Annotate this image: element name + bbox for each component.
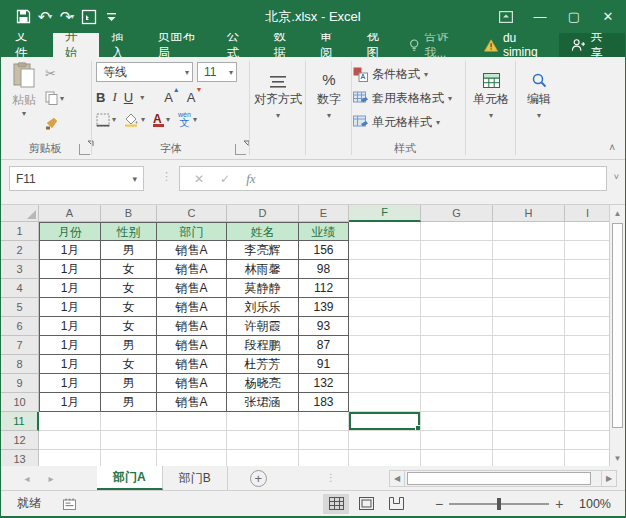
chevron-down-icon[interactable]: ▾ — [141, 115, 145, 124]
cell-B6[interactable]: 女 — [101, 317, 157, 336]
row-header-12[interactable]: 12 — [1, 431, 39, 450]
cell-I11[interactable] — [565, 412, 611, 431]
macro-record-icon[interactable] — [63, 498, 76, 510]
cell-D10[interactable]: 张珺涵 — [227, 393, 299, 412]
cell-D3[interactable]: 林雨馨 — [227, 260, 299, 279]
row-header-8[interactable]: 8 — [1, 355, 39, 374]
cell-G8[interactable] — [421, 355, 493, 374]
sheet-tab-部门B[interactable]: 部门B — [163, 466, 228, 490]
cell-I6[interactable] — [565, 317, 611, 336]
sheet-nav-left-icon[interactable]: ◂ — [15, 466, 39, 490]
scroll-right-icon[interactable]: ▶ — [601, 470, 617, 487]
cell-A11[interactable] — [39, 412, 101, 431]
ribbon-display-options-icon[interactable] — [489, 0, 523, 33]
undo-dropdown[interactable]: ▾ — [48, 12, 52, 21]
cell-H12[interactable] — [493, 431, 565, 450]
cell-F6[interactable] — [349, 317, 421, 336]
zoom-slider-track[interactable] — [449, 503, 549, 505]
shrink-font-button[interactable]: A▼ — [187, 90, 203, 105]
cell-A6[interactable]: 1月 — [39, 317, 101, 336]
cell-A3[interactable]: 1月 — [39, 260, 101, 279]
cell-F13[interactable] — [349, 450, 421, 466]
cell-B8[interactable]: 女 — [101, 355, 157, 374]
row-header-11[interactable]: 11 — [1, 412, 39, 431]
cell-I3[interactable] — [565, 260, 611, 279]
cell-H7[interactable] — [493, 336, 565, 355]
cell-A2[interactable]: 1月 — [39, 241, 101, 260]
horizontal-scrollbar-thumb[interactable] — [407, 472, 591, 485]
ribbon-tab-开始[interactable]: 开始 — [53, 33, 100, 57]
ribbon-tab-审阅[interactable]: 审阅 — [308, 33, 355, 57]
cell-E11[interactable] — [299, 412, 349, 431]
cell-F12[interactable] — [349, 431, 421, 450]
cell-G7[interactable] — [421, 336, 493, 355]
column-header-E[interactable]: E — [299, 205, 349, 222]
cell-I4[interactable] — [565, 279, 611, 298]
column-header-F[interactable]: F — [349, 205, 421, 222]
cell-H5[interactable] — [493, 298, 565, 317]
cell-H4[interactable] — [493, 279, 565, 298]
cell-B10[interactable]: 男 — [101, 393, 157, 412]
cell-A7[interactable]: 1月 — [39, 336, 101, 355]
clipboard-dialog-launcher-icon[interactable] — [79, 144, 90, 155]
new-sheet-button[interactable]: + — [250, 470, 267, 487]
expand-formula-bar-icon[interactable]: ˅ — [614, 172, 619, 182]
cell-I9[interactable] — [565, 374, 611, 393]
cell-H13[interactable] — [493, 450, 565, 466]
cell-C6[interactable]: 销售A — [157, 317, 227, 336]
cell-F11[interactable] — [349, 412, 421, 431]
cell-I8[interactable] — [565, 355, 611, 374]
cell-G12[interactable] — [421, 431, 493, 450]
zoom-slider-handle[interactable] — [497, 498, 501, 510]
cell-G11[interactable] — [421, 412, 493, 431]
cells-group-button[interactable]: 单元格 ▾ — [471, 62, 511, 120]
enter-icon[interactable]: ✓ — [220, 172, 230, 186]
chevron-down-icon[interactable]: ▾ — [112, 115, 116, 124]
cell-E7[interactable]: 87 — [299, 336, 349, 355]
cell-H9[interactable] — [493, 374, 565, 393]
cell-D9[interactable]: 杨晓亮 — [227, 374, 299, 393]
copy-button[interactable]: ▾ — [45, 88, 64, 108]
fill-color-button[interactable]: ▾ — [124, 113, 145, 127]
row-header-9[interactable]: 9 — [1, 374, 39, 393]
cell-G3[interactable] — [421, 260, 493, 279]
ribbon-tab-插入[interactable]: 插入 — [99, 33, 146, 57]
tab-scroll-divider[interactable]: ⋮ — [326, 472, 336, 483]
chevron-down-icon[interactable]: ▾ — [166, 115, 170, 124]
cell-C2[interactable]: 销售A — [157, 241, 227, 260]
redo-dropdown[interactable]: ▾ — [70, 12, 74, 21]
undo-button[interactable]: ↶▾ — [35, 6, 55, 28]
font-dialog-launcher-icon[interactable] — [235, 144, 246, 155]
cell-I12[interactable] — [565, 431, 611, 450]
row-header-13[interactable]: 13 — [1, 450, 39, 466]
cell-E12[interactable] — [299, 431, 349, 450]
cell-F7[interactable] — [349, 336, 421, 355]
column-header-G[interactable]: G — [421, 205, 493, 222]
cell-H8[interactable] — [493, 355, 565, 374]
zoom-in-button[interactable]: + — [549, 496, 569, 512]
cell-G10[interactable] — [421, 393, 493, 412]
cell-E2[interactable]: 156 — [299, 241, 349, 260]
cell-A12[interactable] — [39, 431, 101, 450]
cell-E1[interactable]: 业绩 — [299, 222, 349, 241]
cell-B1[interactable]: 性别 — [101, 222, 157, 241]
cell-I13[interactable] — [565, 450, 611, 466]
cell-A1[interactable]: 月份 — [39, 222, 101, 241]
cell-E13[interactable] — [299, 450, 349, 466]
chevron-down-icon[interactable]: ▾ — [132, 174, 137, 184]
touch-mode-icon[interactable] — [79, 6, 99, 28]
scroll-left-icon[interactable]: ◀ — [389, 470, 405, 487]
cancel-icon[interactable]: ✕ — [194, 172, 204, 186]
row-header-2[interactable]: 2 — [1, 241, 39, 260]
zoom-out-button[interactable]: − — [429, 496, 449, 512]
ribbon-tab-公式[interactable]: 公式 — [215, 33, 262, 57]
share-button[interactable]: 共享 — [559, 33, 625, 57]
scroll-down-icon[interactable]: ▼ — [610, 450, 625, 466]
cell-C12[interactable] — [157, 431, 227, 450]
cell-G4[interactable] — [421, 279, 493, 298]
underline-dropdown[interactable]: ▾ — [140, 93, 144, 102]
scroll-up-icon[interactable]: ▲ — [610, 205, 625, 221]
cell-D8[interactable]: 杜芳芳 — [227, 355, 299, 374]
sheet-tab-部门A[interactable]: 部门A — [97, 466, 163, 490]
cell-A10[interactable]: 1月 — [39, 393, 101, 412]
